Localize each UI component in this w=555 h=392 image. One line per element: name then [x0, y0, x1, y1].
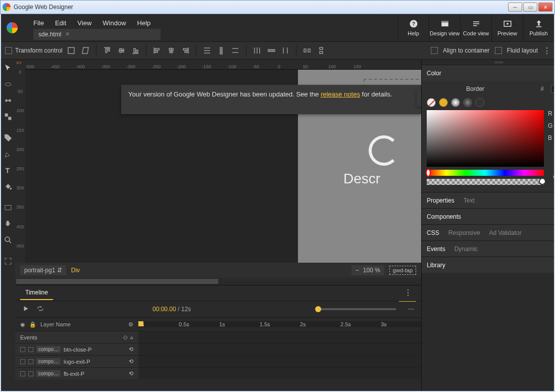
- pen-tool[interactable]: [1, 148, 15, 161]
- color-picker[interactable]: [427, 110, 544, 167]
- distribute-top-icon[interactable]: [201, 45, 213, 56]
- transform-rect-icon[interactable]: [66, 45, 77, 56]
- menu-view[interactable]: View: [77, 19, 91, 27]
- distribute-bottom-icon[interactable]: [230, 45, 241, 56]
- tag-tool[interactable]: [1, 131, 15, 144]
- document-tab[interactable]: sde.html ✕: [33, 29, 161, 40]
- swatch-yellow[interactable]: [439, 98, 448, 107]
- text-panel-tab[interactable]: Text: [464, 197, 475, 204]
- horizontal-scrollbar[interactable]: [15, 278, 421, 285]
- loop-button[interactable]: [36, 305, 44, 314]
- playhead[interactable]: [138, 321, 143, 326]
- timeline-layer-row[interactable]: compo…btn-close-P⟲: [15, 343, 421, 355]
- timeline-ruler[interactable]: 0s0.5s1s1.5s2s2.5s3s: [138, 321, 421, 327]
- align-right-icon[interactable]: [180, 45, 191, 56]
- 3d-rotate-tool[interactable]: [1, 78, 15, 91]
- add-event-icon[interactable]: ▵: [130, 334, 133, 340]
- code-view-button[interactable]: Code view: [460, 14, 491, 41]
- dynamic-panel-tab[interactable]: Dynamic: [455, 246, 478, 253]
- breadcrumb-page[interactable]: portrait-pg1 ⇵: [20, 265, 66, 275]
- distribute-right-icon[interactable]: [280, 45, 291, 56]
- timeline-options-icon[interactable]: ⋯: [408, 306, 414, 313]
- svg-rect-35: [220, 53, 222, 54]
- zoom-out-button[interactable]: −: [356, 267, 359, 274]
- text-tool[interactable]: T: [1, 164, 15, 177]
- rectangle-tool[interactable]: [1, 201, 15, 214]
- design-view-button[interactable]: Design view: [429, 14, 460, 41]
- taparea-badge[interactable]: gwd-tap: [389, 266, 416, 275]
- spacing-h-icon[interactable]: [301, 45, 313, 56]
- menu-window[interactable]: Window: [103, 19, 126, 27]
- properties-panel-tab[interactable]: Properties: [427, 197, 455, 204]
- ruler-horizontal[interactable]: -500-450-400-350-300-250-200-150-100-500…: [15, 60, 421, 70]
- close-tab-icon[interactable]: ✕: [65, 31, 70, 37]
- align-bottom-icon[interactable]: [130, 45, 141, 56]
- options-menu-icon[interactable]: ⋮: [543, 46, 550, 56]
- swatch-gradient-2[interactable]: [463, 98, 472, 107]
- align-left-icon[interactable]: [152, 45, 163, 56]
- window-maximize-button[interactable]: ▭: [523, 3, 537, 12]
- timeline-tab[interactable]: Timeline: [20, 286, 53, 300]
- play-button[interactable]: [22, 305, 29, 314]
- events-panel-tab[interactable]: Events: [427, 246, 445, 253]
- panel-gripper[interactable]: ═══: [422, 60, 554, 65]
- distribute-left-icon[interactable]: [251, 45, 263, 56]
- swatch-none[interactable]: [427, 98, 436, 107]
- components-panel-tab[interactable]: Components: [427, 213, 461, 220]
- adval-panel-tab[interactable]: Ad Validator: [489, 229, 521, 236]
- library-panel-tab[interactable]: Library: [427, 262, 445, 269]
- svg-marker-58: [24, 306, 28, 311]
- description-text[interactable]: Descr: [343, 171, 380, 187]
- canvas[interactable]: LO Descr Your version of Google Web Desi…: [25, 70, 421, 263]
- selection-tool[interactable]: [1, 62, 15, 75]
- align-hcenter-icon[interactable]: [166, 45, 177, 56]
- window-minimize-button[interactable]: ─: [508, 3, 522, 12]
- menu-help[interactable]: Help: [137, 19, 151, 27]
- transform-skew-icon[interactable]: [80, 45, 91, 56]
- swatch-dark[interactable]: [475, 98, 484, 107]
- release-notes-link[interactable]: release notes: [321, 90, 360, 98]
- element-tool[interactable]: [1, 110, 15, 123]
- window-close-button[interactable]: ✕: [538, 3, 552, 12]
- timeline-menu-icon[interactable]: ⋮: [399, 285, 416, 302]
- expand-tool[interactable]: [1, 255, 15, 268]
- align-container-checkbox[interactable]: [431, 47, 438, 54]
- align-vcenter-icon[interactable]: [116, 45, 127, 56]
- preview-button[interactable]: Preview: [491, 14, 523, 41]
- align-top-icon[interactable]: [102, 45, 113, 56]
- publish-button[interactable]: Publish: [523, 14, 554, 41]
- alpha-slider[interactable]: [427, 179, 544, 185]
- lock-icon[interactable]: 🔒: [29, 321, 36, 328]
- menu-edit[interactable]: Edit: [55, 19, 66, 27]
- color-panel-tab[interactable]: Color: [427, 70, 441, 77]
- help-button[interactable]: ?Help: [397, 14, 429, 41]
- spacing-v-icon[interactable]: [316, 45, 327, 56]
- fluid-layout-checkbox[interactable]: [495, 47, 502, 54]
- notification-close-button[interactable]: CLOSE: [417, 90, 421, 107]
- hue-slider[interactable]: [427, 170, 544, 176]
- css-panel-tab[interactable]: CSS: [427, 229, 439, 236]
- distribute-vcenter-icon[interactable]: [216, 45, 227, 56]
- zoom-value[interactable]: 100 %: [363, 267, 380, 274]
- ruler-origin[interactable]: XY: [15, 60, 25, 70]
- breadcrumb-element[interactable]: Div: [71, 267, 80, 274]
- timeline-zoom-slider[interactable]: [315, 308, 396, 310]
- hand-tool[interactable]: [1, 217, 15, 230]
- transform-control-checkbox[interactable]: [5, 47, 12, 54]
- menu-file[interactable]: File: [33, 19, 44, 27]
- 3d-translate-tool[interactable]: [1, 94, 15, 107]
- hex-input[interactable]: [551, 85, 554, 93]
- keyframe-icon[interactable]: ◇: [123, 334, 127, 340]
- fill-tool[interactable]: [1, 180, 15, 193]
- swatch-gradient-1[interactable]: [451, 98, 460, 107]
- ruler-vertical[interactable]: 050100150200250300350400450: [15, 70, 25, 263]
- visibility-icon[interactable]: ◉: [20, 321, 25, 328]
- distribute-hcenter-icon[interactable]: [266, 45, 277, 56]
- svg-rect-23: [155, 51, 158, 53]
- responsive-panel-tab[interactable]: Responsive: [448, 229, 480, 236]
- border-label[interactable]: Border: [466, 85, 484, 92]
- timeline-layer-row[interactable]: compo…fb-exit-P⟲: [15, 367, 421, 379]
- timeline-layer-row[interactable]: compo…logo-exit-P⟲: [15, 355, 421, 367]
- layer-settings-icon[interactable]: ⚙: [128, 321, 133, 328]
- zoom-tool[interactable]: [1, 233, 15, 247]
